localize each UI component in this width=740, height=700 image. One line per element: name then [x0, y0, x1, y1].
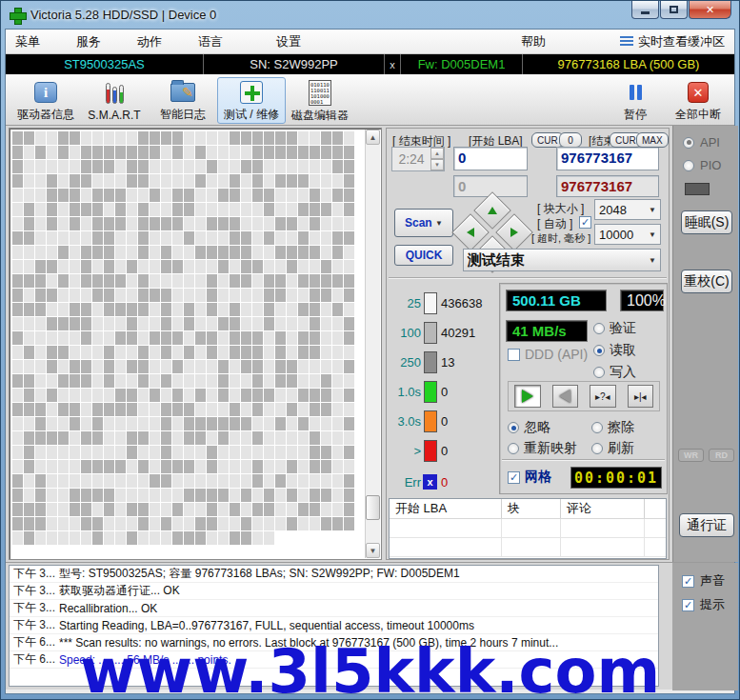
start-zero-button[interactable]: 0 — [559, 132, 582, 148]
quick-button[interactable]: QUICK — [394, 245, 453, 266]
scan-block — [332, 246, 343, 259]
percent-unit: % — [652, 292, 666, 310]
menu-settings[interactable]: 设置 — [276, 33, 301, 50]
action-erase-option[interactable]: 擦除 — [591, 419, 634, 436]
scan-block — [230, 203, 240, 216]
scan-block — [321, 446, 331, 459]
scan-block — [150, 360, 160, 373]
scan-block — [195, 346, 206, 359]
scan-block — [241, 317, 251, 330]
menu-service[interactable]: 服务 — [76, 33, 101, 50]
end-lba-input[interactable]: 976773167 — [556, 147, 659, 170]
next-error-button[interactable]: ▸?◂ — [590, 385, 616, 408]
play-backward-button[interactable] — [552, 385, 579, 408]
scan-block — [184, 346, 194, 359]
sound-toggle[interactable]: ✓声音 — [682, 572, 725, 590]
mode-verify-option[interactable]: 验证 — [593, 320, 636, 337]
block-size-combo[interactable]: 2048▼ — [594, 199, 661, 220]
start-lba-input[interactable]: 0 — [453, 147, 528, 170]
drive-info-button[interactable]: i 驱动器信息 — [11, 77, 80, 124]
scan-block — [24, 331, 34, 345]
scan-block — [92, 260, 103, 273]
scan-label: Scan — [405, 216, 432, 230]
grid-scroll-thumb[interactable] — [366, 495, 380, 520]
menu-help[interactable]: 帮助 — [521, 33, 546, 50]
play-forward-button[interactable] — [514, 385, 541, 408]
menu-main[interactable]: 菜单 — [15, 33, 40, 50]
jump-end-button[interactable]: ▸|◂ — [628, 385, 654, 408]
scan-block — [321, 146, 331, 159]
scan-block — [321, 217, 331, 230]
smart-button[interactable]: S.M.A.R.T — [80, 77, 149, 124]
auto-checkbox[interactable]: ✓ — [579, 216, 591, 229]
table-header-block[interactable]: 块 — [502, 499, 561, 518]
scan-block — [241, 417, 251, 430]
wr-button[interactable]: WR — [678, 449, 704, 462]
scroll-up-icon[interactable]: ▲ — [366, 130, 380, 145]
scan-block — [218, 403, 229, 416]
scan-block — [58, 531, 69, 545]
pause-button[interactable]: 暂停 — [607, 77, 664, 124]
device-serial: SN: S2W992PP — [204, 54, 385, 74]
tips-toggle[interactable]: ✓提示 — [682, 596, 725, 613]
end-max-button[interactable]: MAX — [636, 132, 669, 148]
grid-scrollbar[interactable]: ▲ ▼ — [365, 130, 380, 558]
title-bar[interactable]: Victoria 5.28 HDD/SSD | Device 0 ✕ — [1, 1, 739, 29]
rd-button[interactable]: RD — [709, 449, 734, 462]
scan-block — [195, 360, 206, 373]
scan-block — [104, 346, 114, 359]
sleep-button[interactable]: 睡眠(S) — [681, 210, 732, 234]
action-remap-option[interactable]: 重新映射 — [508, 440, 577, 457]
live-buffer-toggle[interactable]: 实时查看缓冲区 — [620, 33, 725, 50]
scan-block — [252, 260, 263, 273]
scan-block — [287, 460, 297, 473]
menu-language[interactable]: 语言 — [198, 33, 223, 50]
close-button[interactable]: ✕ — [689, 1, 731, 19]
scan-block — [92, 417, 103, 430]
action-ignore-option[interactable]: 忽略 — [508, 419, 550, 436]
scan-block — [115, 374, 126, 388]
scan-block — [70, 489, 80, 502]
table-header-comment[interactable]: 评论 — [561, 499, 645, 518]
table-header-start-lba[interactable]: 开始 LBA — [390, 499, 502, 518]
scan-block — [344, 417, 354, 430]
spin-down-icon[interactable]: ▼ — [430, 159, 444, 170]
test-repair-button[interactable]: 测试 / 维修 — [217, 77, 286, 124]
pio-option[interactable]: PIO — [683, 158, 721, 172]
device-x-button[interactable]: x — [385, 54, 401, 74]
menu-action[interactable]: 动作 — [137, 33, 162, 50]
scan-button[interactable]: Scan ▼ — [394, 209, 453, 237]
scan-block — [92, 503, 103, 516]
scan-block — [287, 217, 297, 230]
ddd-api-option[interactable]: ✓DDD (API) — [508, 347, 588, 362]
maximize-button[interactable] — [660, 1, 688, 19]
scan-block — [252, 131, 263, 145]
disk-editor-button[interactable]: 010110 110011 101000 0001 磁盘编辑器 — [286, 77, 354, 124]
scan-block — [92, 160, 103, 173]
scan-block — [81, 346, 91, 359]
test-end-dropdown[interactable]: 测试结束▼ — [463, 249, 661, 271]
action-refresh-option[interactable]: 刷新 — [591, 440, 634, 457]
scan-block — [92, 146, 103, 159]
mode-read-option[interactable]: 读取 — [593, 342, 636, 359]
scan-block — [138, 403, 149, 416]
recalibrate-button[interactable]: 重校(C) — [681, 270, 732, 293]
api-option[interactable]: API — [683, 135, 720, 150]
scan-block — [310, 260, 320, 273]
scan-block — [310, 460, 320, 473]
mode-write-option[interactable]: 写入 — [593, 364, 636, 381]
timeout-combo[interactable]: 10000▼ — [594, 224, 661, 245]
passport-button[interactable]: 通行证 — [679, 513, 734, 537]
grid-toggle[interactable]: ✓网格 — [508, 469, 551, 486]
scan-block — [47, 503, 57, 516]
spin-up-icon[interactable]: ▲ — [430, 148, 444, 159]
scroll-down-icon[interactable]: ▼ — [366, 543, 380, 558]
abort-label: 全部中断 — [675, 107, 721, 123]
scan-block — [218, 417, 229, 430]
smart-log-button[interactable]: 智能日志 — [149, 77, 217, 124]
end-time-spinner[interactable]: 2:24 ▲▼ — [391, 147, 445, 171]
minimize-button[interactable] — [631, 1, 659, 19]
abort-all-button[interactable]: ✕ 全部中断 — [668, 77, 729, 124]
scan-block — [275, 331, 286, 345]
elapsed-timer-display: 00:00:01 — [570, 467, 662, 489]
